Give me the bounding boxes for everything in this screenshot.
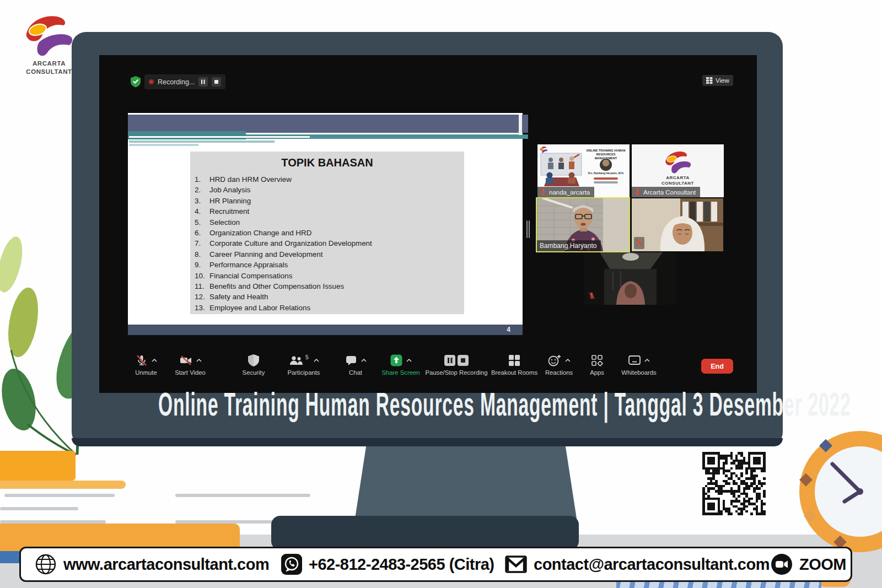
toolbar-share-screen[interactable]: Share Screen xyxy=(374,353,427,376)
toolbar-whiteboards[interactable]: Whiteboards xyxy=(609,353,669,376)
zoom-meeting-window: Recording... View xyxy=(99,55,757,393)
paper-line-decor xyxy=(175,494,310,497)
slide-topic-item: 10.Financial Compensations xyxy=(195,271,464,281)
chevron-up-icon[interactable] xyxy=(361,359,367,362)
muted-mic-icon xyxy=(540,188,546,196)
chevron-up-icon[interactable] xyxy=(565,359,571,362)
globe-icon xyxy=(35,553,57,575)
monitor-frame: Recording... View xyxy=(72,32,783,446)
book-decor xyxy=(0,481,126,489)
panel-separator-handle[interactable] xyxy=(529,220,530,238)
arcarta-logo-icon xyxy=(18,13,80,57)
arcarta-logo-icon xyxy=(662,150,694,174)
slide-topic-list: 1.HRD dan HRM Overview 2.Job Analysis 3.… xyxy=(190,169,464,313)
toolbar-pause-stop-recording[interactable]: Pause/Stop Recording xyxy=(421,353,492,376)
slide-title: TOPIK BAHASAN xyxy=(190,152,464,169)
monitor-stand-neck xyxy=(347,445,584,522)
breakout-rooms-icon xyxy=(508,354,520,366)
view-button[interactable]: View xyxy=(702,75,733,86)
slide-topic-item: 11.Benefits and Other Compensation Issue… xyxy=(195,281,464,292)
person-hijab xyxy=(632,198,723,251)
paper-line-decor xyxy=(4,494,115,497)
poster-illustration xyxy=(540,152,584,188)
slide-white-line xyxy=(129,136,310,138)
muted-mic-indicator xyxy=(587,290,597,303)
phone-text: +62-812-2483-2565 (Citra) xyxy=(309,555,494,574)
chevron-up-icon[interactable] xyxy=(152,359,157,362)
slide-topic-item: 2.Job Analysis xyxy=(195,185,464,195)
poster-canvas: ARCARTA CONSULTANT Recording... xyxy=(0,0,882,588)
slide-topic-item: 12.Safety and Health xyxy=(195,292,464,302)
muted-mic-icon xyxy=(636,239,642,246)
slide-topic-item: 6.Organization Change and HRD xyxy=(195,228,464,238)
slide-topic-item: 9.Performance Appraisals xyxy=(195,260,464,270)
recording-dot-icon xyxy=(149,79,154,84)
email-group: contact@arcartaconsultant.com xyxy=(505,548,770,580)
share-screen-icon xyxy=(390,354,403,367)
muted-mic-icon xyxy=(589,292,595,299)
slide-content-box: TOPIK BAHASAN 1.HRD dan HRM Overview 2.J… xyxy=(190,152,464,314)
chevron-up-icon[interactable] xyxy=(196,359,202,362)
slide-topic-item: 13.Employee and Labor Relations xyxy=(195,303,464,313)
stop-recording-button[interactable] xyxy=(212,77,221,87)
website-text: www.arcartaconsultant.com xyxy=(63,555,269,574)
slide-footer-bar: 4 xyxy=(128,325,523,335)
poster-detail-line xyxy=(594,177,618,180)
muted-mic-icon xyxy=(634,188,641,196)
zoom-camera-icon xyxy=(771,553,793,575)
reactions-icon xyxy=(547,354,562,367)
poster-detail-line xyxy=(594,181,618,184)
slide-page-number: 4 xyxy=(507,326,510,333)
tile-brand-line2: CONSULTANT xyxy=(632,181,724,186)
monitor-bottom-edge xyxy=(72,438,783,446)
panel-separator-handle[interactable] xyxy=(526,220,528,238)
chevron-up-icon[interactable] xyxy=(314,359,319,362)
book-decor xyxy=(0,451,76,481)
website-group: www.arcartaconsultant.com xyxy=(35,548,269,580)
toolbar-security[interactable]: Security xyxy=(227,353,280,376)
chevron-up-icon[interactable] xyxy=(406,359,412,362)
shared-slide: TOPIK BAHASAN 1.HRD dan HRM Overview 2.J… xyxy=(128,113,523,335)
clock-decor xyxy=(787,424,882,559)
chat-icon xyxy=(345,354,358,367)
video-tile-bambang-haryanto[interactable]: Bambang Haryanto xyxy=(536,197,630,252)
apps-icon xyxy=(591,354,603,366)
mail-icon xyxy=(505,555,527,573)
whatsapp-icon xyxy=(281,554,302,575)
paper-line-decor xyxy=(0,507,78,510)
person-dark-room xyxy=(584,252,676,305)
contact-bar: www.arcartaconsultant.com +62-812-2483-2… xyxy=(19,547,852,582)
slide-teal-line xyxy=(129,144,198,146)
platform-group: ZOOM xyxy=(771,548,846,580)
pause-stop-icons xyxy=(444,354,469,366)
poster-speaker-name: Drs. Bambang Haryanto, M.Si xyxy=(586,172,626,175)
shield-icon xyxy=(248,354,260,367)
slide-scrollbar-thumb[interactable] xyxy=(519,115,522,135)
monitor-stand-base xyxy=(271,516,579,550)
banner-caption: Online Training Human Resources Manageme… xyxy=(72,391,783,425)
video-tile-participant-5[interactable] xyxy=(584,252,676,305)
whiteboards-icon xyxy=(628,354,641,366)
poster-mini-logo-icon xyxy=(540,146,548,153)
chevron-up-icon[interactable] xyxy=(644,359,650,362)
toolbar-participants[interactable]: 5 Participants xyxy=(277,353,330,376)
participant-name-label: nanda_arcarta xyxy=(537,187,594,197)
pause-recording-button[interactable] xyxy=(198,77,208,87)
recording-label: Recording... xyxy=(158,78,195,86)
muted-mic-indicator xyxy=(634,237,644,249)
email-text: contact@arcartaconsultant.com xyxy=(534,555,770,574)
video-tile-nanda-arcarta[interactable]: ONLINE TRAINING HUMAN RESOURCES MANAGEME… xyxy=(537,144,630,197)
slide-topic-item: 7.Corporate Culture and Organization Dev… xyxy=(195,238,464,249)
security-shield-icon xyxy=(130,75,141,88)
end-meeting-button[interactable]: End xyxy=(701,359,733,374)
slide-teal-line xyxy=(129,141,275,143)
slide-topic-item: 5.Selection xyxy=(195,217,464,228)
video-tile-arcarta-consultant[interactable]: ARCARTA CONSULTANT Arcarta Consultant xyxy=(632,144,724,197)
tile-brand-line1: ARCARTA xyxy=(632,175,724,180)
recording-indicator: Recording... xyxy=(144,74,225,89)
slide-topic-item: 1.HRD dan HRM Overview xyxy=(195,174,464,185)
participant-name-label: Bambang Haryanto xyxy=(537,240,601,251)
toolbar-start-video[interactable]: Start Video xyxy=(164,353,217,376)
video-tile-participant-4[interactable] xyxy=(632,198,723,251)
mic-muted-icon xyxy=(135,354,148,367)
